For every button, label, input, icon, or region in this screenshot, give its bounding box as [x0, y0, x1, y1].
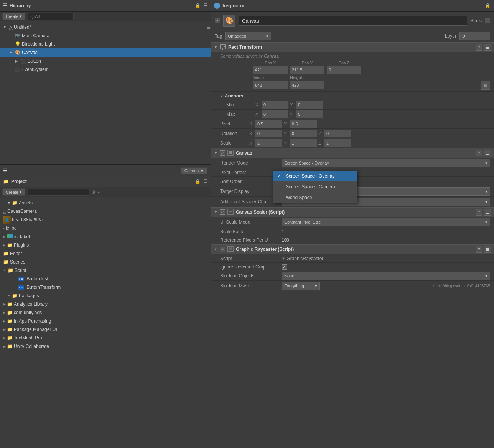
hierarchy-search-input[interactable] — [28, 13, 74, 20]
min-y-input[interactable] — [296, 101, 323, 109]
resize-btn[interactable]: ⊞ — [481, 81, 490, 90]
canvas-component-header[interactable]: ▼ Canvas ? ☰ — [211, 148, 494, 158]
inspector-title: Inspector — [222, 3, 245, 8]
gizmos-menu-icon[interactable]: ☰ — [3, 168, 7, 173]
pivot-x-input[interactable] — [255, 120, 282, 128]
project-item-buttontest[interactable]: C# ButtonTest — [0, 275, 211, 283]
rect-settings-btn[interactable]: ☰ — [484, 44, 491, 51]
scale-x-input[interactable] — [255, 139, 282, 147]
project-pkg-manager[interactable]: ▶ 📁 Package Manager UI — [0, 325, 211, 334]
hierarchy-root-item[interactable]: ▼ △ Untitled* ☰ — [0, 23, 211, 31]
hierarchy-create-button[interactable]: Create ▾ — [2, 13, 25, 20]
dropdown-option-overlay[interactable]: ✓ Screen Space - Overlay — [273, 171, 357, 181]
scenes-folder-icon: 📁 — [3, 259, 9, 265]
gizmos-button[interactable]: Gizmos ▼ — [181, 167, 207, 174]
canvas-help-btn[interactable]: ? — [476, 150, 482, 156]
canvas-enabled-checkbox[interactable] — [220, 150, 225, 156]
project-lock-icon[interactable]: 🔒 — [194, 178, 201, 185]
project-pkg-textmesh[interactable]: ▶ 📁 TextMesh Pro — [0, 334, 211, 342]
project-pkg-ads[interactable]: ▶ 📁 com.unity.ads — [0, 308, 211, 317]
blocking-mask-row: Blocking Mask Everything ▾ https://blog.… — [211, 281, 494, 291]
pivot-y-input[interactable] — [290, 120, 317, 128]
script-folder-icon: 📁 — [8, 268, 13, 273]
project-item-script[interactable]: ▼ 📁 Script — [0, 266, 211, 275]
max-x-input[interactable] — [262, 110, 288, 118]
analytics-folder-icon: 📁 — [7, 301, 13, 307]
script-label: Script — [220, 256, 282, 261]
rot-y-input[interactable] — [290, 130, 317, 137]
width-input[interactable] — [253, 81, 288, 89]
project-item-scenes[interactable]: 📁 Scenes — [0, 258, 211, 266]
project-item-buttontransform[interactable]: C# ButtonTransform — [0, 283, 211, 292]
layer-dropdown[interactable]: UI — [459, 32, 490, 40]
static-checkbox[interactable] — [485, 18, 490, 23]
project-pkg-collaborate[interactable]: ▶ 📁 Unity Collaborate — [0, 342, 211, 351]
raycaster-settings-btn[interactable]: ☰ — [484, 246, 491, 253]
project-assets-root[interactable]: ▼ 📁 Assets — [0, 199, 211, 207]
hierarchy-item-main-camera[interactable]: ▶ 📷 Main Camera — [0, 31, 211, 40]
project-packages-root[interactable]: ▼ 📁 Packages — [0, 292, 211, 300]
hierarchy-lock-icon[interactable]: 🔒 — [194, 2, 201, 9]
dropdown-option-camera[interactable]: Screen Space - Camera — [273, 181, 357, 192]
rot-z-input[interactable] — [324, 130, 351, 137]
canvas-settings-btn[interactable]: ☰ — [484, 150, 491, 156]
pos-z-input[interactable] — [327, 66, 361, 74]
scale-y-input[interactable] — [290, 139, 317, 147]
canvas-comp-arrow: ▼ — [214, 151, 217, 155]
height-input[interactable] — [290, 81, 324, 89]
hierarchy-menu-icon[interactable]: ☰ — [203, 3, 207, 8]
blocking-objects-label: Blocking Objects — [220, 273, 282, 278]
max-y-input[interactable] — [296, 110, 323, 118]
ui-scale-mode-dropdown[interactable]: Constant Pixel Size ▾ — [282, 218, 490, 226]
gizmos-bar: ☰ Gizmos ▼ — [0, 165, 211, 176]
project-create-button[interactable]: Create ▾ — [2, 188, 25, 196]
hierarchy-item-canvas[interactable]: ▼ 🎨 Canvas — [0, 48, 211, 57]
scale-z-input[interactable] — [324, 139, 351, 147]
render-mode-dropdown[interactable]: Screen Space - Overlay ▾ — [282, 159, 490, 167]
project-item-icbg[interactable]: ▪ ic_bg — [0, 224, 211, 232]
pivot-row: Pivot X Y — [211, 119, 494, 129]
hierarchy-item-eventsystem[interactable]: ▶ ⬛ EventSystem — [0, 65, 211, 74]
pos-x-input[interactable] — [253, 66, 288, 74]
rect-transform-header[interactable]: ▼ Rect Transform ? ☰ — [211, 42, 494, 52]
project-item-plugins[interactable]: ▶ 📁 Plugins — [0, 241, 211, 249]
raycaster-icon — [227, 246, 234, 253]
rot-x-input[interactable] — [255, 130, 282, 137]
tag-dropdown[interactable]: Untagged ▾ — [225, 32, 271, 40]
blocking-mask-dropdown[interactable]: Everything ▾ — [282, 282, 320, 290]
rect-help-btn[interactable]: ? — [476, 44, 482, 51]
project-tree: ▼ 📁 Assets △ CavasCamera 👤 head.88ba9f6a… — [0, 197, 211, 448]
min-label: Min — [226, 102, 253, 107]
project-pkg-iap[interactable]: ▶ 📁 In App Purchasing — [0, 317, 211, 325]
project-search-input[interactable] — [28, 189, 89, 196]
canvas-scaler-header[interactable]: ▼ Canvas Scaler (Script) ? ☰ — [211, 207, 494, 217]
inspector-lock-icon[interactable]: 🔒 — [484, 2, 491, 9]
scaler-help-btn[interactable]: ? — [476, 209, 482, 216]
max-x-item: X — [255, 110, 288, 118]
project-menu-icon[interactable]: ☰ — [203, 179, 207, 184]
hierarchy-item-directional-light[interactable]: ▶ 💡 Directional Light — [0, 40, 211, 48]
scaler-arrow: ▼ — [214, 210, 217, 214]
canvas-scaler-title: Canvas Scaler (Script) — [236, 209, 473, 215]
scaler-settings-btn[interactable]: ☰ — [484, 209, 491, 216]
project-item-iclabel[interactable]: ▶ ic_label — [0, 232, 211, 241]
hierarchy-item-button[interactable]: ▶ ⬛ Button — [0, 57, 211, 65]
raycaster-enabled-checkbox[interactable] — [220, 247, 225, 252]
dropdown-option-world[interactable]: World Space — [273, 192, 357, 203]
render-mode-dropdown-overlay: ✓ Screen Space - Overlay Screen Space - … — [273, 170, 357, 203]
project-item-editor[interactable]: 📁 Editor — [0, 249, 211, 258]
hierarchy-list-icon: ☰ — [3, 3, 7, 8]
object-name-input[interactable] — [239, 16, 467, 26]
scaler-enabled-checkbox[interactable] — [220, 209, 225, 215]
ignore-reversed-checkbox[interactable] — [282, 264, 287, 270]
object-active-checkbox[interactable] — [215, 18, 220, 23]
raycaster-help-btn[interactable]: ? — [476, 246, 482, 253]
project-pkg-analytics[interactable]: ▶ 📁 Analytics Library — [0, 300, 211, 308]
additional-shader-label: Additional Shader Cha — [220, 199, 282, 204]
graphic-raycaster-header[interactable]: ▼ Graphic Raycaster (Script) ? ☰ — [211, 244, 494, 254]
project-item-cavascamera[interactable]: △ CavasCamera — [0, 207, 211, 216]
blocking-objects-dropdown[interactable]: None ▾ — [282, 272, 490, 280]
pos-y-input[interactable] — [290, 66, 324, 74]
min-x-input[interactable] — [262, 101, 288, 109]
project-item-head[interactable]: 👤 head.88ba9f6a — [0, 216, 211, 224]
